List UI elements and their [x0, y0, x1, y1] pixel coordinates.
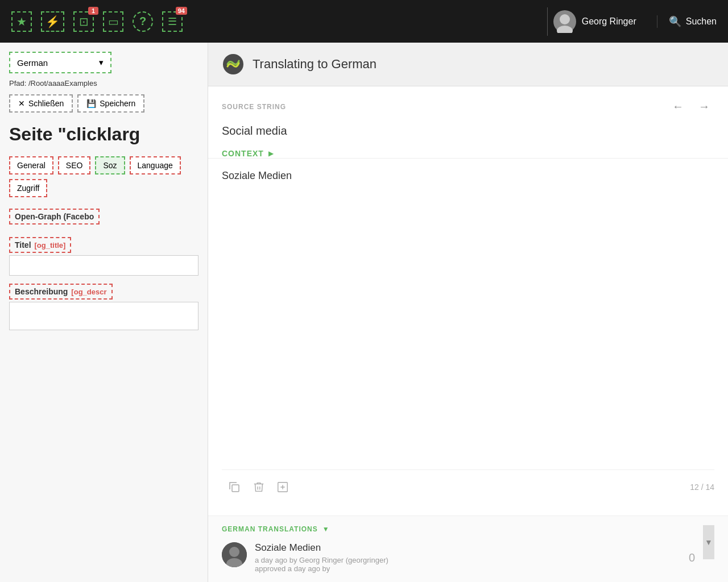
- translation-meta2: approved a day ago by: [255, 564, 681, 573]
- section-opengraph: Open-Graph (Facebo: [9, 209, 100, 225]
- weblate-logo: [222, 53, 245, 76]
- tabs-row: General SEO Soz Language Zugriff: [9, 156, 198, 197]
- avatar: [222, 542, 247, 567]
- topbar: ★ ⚡ ⊡ 1 ▭ ? ☰ 94 Georg Ringer 🔍 Suchen: [0, 0, 728, 43]
- breadcrumb: Pfad: /Root/aaaaExamples: [9, 79, 198, 88]
- lightning-icon[interactable]: ⚡: [41, 11, 64, 32]
- frame-icon[interactable]: ▭: [103, 11, 123, 32]
- translation-text: Soziale Medien: [255, 542, 681, 554]
- page-title: Seite "clicklarg: [9, 124, 198, 145]
- german-translations-collapse-icon[interactable]: ▼: [322, 525, 329, 533]
- prev-button[interactable]: ←: [668, 98, 688, 115]
- resize-translation-button[interactable]: [271, 477, 295, 497]
- context-label: CONTEXT: [222, 149, 264, 158]
- left-panel: German ▾ Pfad: /Root/aaaaExamples ✕ Schl…: [0, 43, 208, 582]
- tab-soz[interactable]: Soz: [95, 156, 125, 174]
- source-string-heading: SOURCE STRING ← →: [222, 98, 714, 115]
- source-text: Social media: [222, 124, 714, 138]
- search-label: Suchen: [686, 16, 717, 27]
- language-select[interactable]: German ▾: [9, 52, 111, 73]
- toolbar-row: 12 / 14: [222, 469, 714, 504]
- avatar: [553, 10, 576, 33]
- svg-point-6: [229, 547, 239, 557]
- field-label-titel: Titel [og_title]: [9, 237, 71, 253]
- tab-language[interactable]: Language: [130, 156, 181, 174]
- svg-point-1: [557, 26, 573, 33]
- svg-rect-3: [232, 485, 239, 492]
- svg-point-0: [560, 14, 570, 24]
- right-panel: Translating to German SOURCE STRING ← → …: [208, 43, 728, 582]
- search-button[interactable]: 🔍 Suchen: [657, 15, 717, 28]
- translation-input[interactable]: [222, 170, 714, 469]
- chevron-down-icon: ▾: [99, 57, 104, 68]
- translation-item: Soziale Medien a day ago by Georg Ringer…: [222, 542, 714, 573]
- panel-title: Translating to German: [253, 57, 377, 72]
- german-translations-section: GERMAN TRANSLATIONS ▼ Soziale Medien a d…: [208, 516, 728, 582]
- german-translations-heading: GERMAN TRANSLATIONS ▼: [222, 525, 714, 533]
- tab-general[interactable]: General: [9, 156, 53, 174]
- german-translations-label: GERMAN TRANSLATIONS: [222, 525, 318, 533]
- notification-badge: 94: [176, 7, 187, 15]
- nav-arrows: ← →: [668, 98, 714, 115]
- scroll-indicator[interactable]: ▼: [703, 525, 714, 559]
- close-icon: ✕: [18, 99, 25, 108]
- star-icon[interactable]: ★: [11, 11, 32, 32]
- tab-seo[interactable]: SEO: [58, 156, 91, 174]
- close-button[interactable]: ✕ Schließen: [9, 94, 73, 113]
- next-button[interactable]: →: [694, 98, 714, 115]
- context-expand-icon[interactable]: ▶: [268, 149, 274, 157]
- translation-meta: a day ago by Georg Ringer (georgringer): [255, 556, 681, 564]
- search-icon: 🔍: [669, 15, 681, 28]
- field-label-beschreibung: Beschreibung [og_descr: [9, 284, 113, 300]
- user-menu[interactable]: Georg Ringer: [547, 7, 636, 36]
- translation-score: 0: [689, 551, 695, 564]
- source-section: SOURCE STRING ← → Social media CONTEXT ▶: [208, 86, 728, 158]
- tab-zugriff[interactable]: Zugriff: [9, 179, 47, 197]
- help-icon[interactable]: ?: [133, 11, 153, 32]
- translation-section: 12 / 14: [208, 158, 728, 516]
- copy-translation-button[interactable]: [222, 477, 247, 497]
- delete-translation-button[interactable]: [247, 477, 271, 497]
- context-row: CONTEXT ▶: [222, 149, 714, 158]
- user-name: Georg Ringer: [582, 16, 636, 27]
- panel-header: Translating to German: [208, 43, 728, 86]
- counter: 12 / 14: [690, 483, 714, 492]
- copy-badge: 1: [88, 7, 98, 15]
- field-input-beschreibung[interactable]: [9, 302, 198, 330]
- field-input-titel[interactable]: [9, 255, 198, 276]
- save-icon: 💾: [86, 99, 96, 108]
- translation-content: Soziale Medien a day ago by Georg Ringer…: [255, 542, 681, 573]
- save-button[interactable]: 💾 Speichern: [77, 94, 144, 113]
